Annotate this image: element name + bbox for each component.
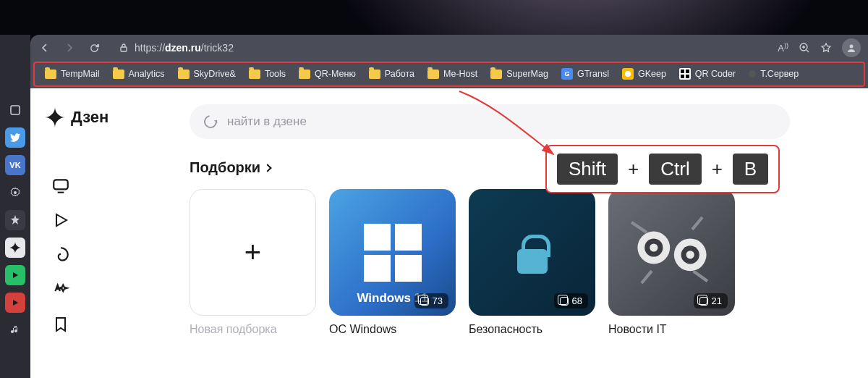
bookmark-gtransl[interactable]: GGTransl <box>556 65 615 83</box>
bookmark-analytics[interactable]: Analytics <box>107 66 171 82</box>
gtranslate-icon: G <box>561 68 573 80</box>
svg-point-11 <box>686 251 694 259</box>
stack-icon <box>560 297 569 306</box>
search-refresh-icon <box>201 112 219 130</box>
dock-square-icon[interactable] <box>5 100 25 120</box>
card-news[interactable]: 21 Новости IT <box>608 189 735 336</box>
bookmark-skydrive[interactable]: SkyDrive& <box>172 66 242 82</box>
bookmark-qrmenu[interactable]: QR-Меню <box>293 66 362 82</box>
zoom-icon[interactable] <box>799 42 810 54</box>
section-title-text: Подборки <box>190 159 260 176</box>
stack-icon <box>699 297 708 306</box>
folder-icon <box>427 70 439 79</box>
reload-button[interactable] <box>87 41 101 55</box>
bookmark-qrcoder[interactable]: QR Coder <box>673 65 741 83</box>
cards-row: + Новая подборка Windows 11 73 OC Window… <box>190 189 846 336</box>
qr-icon <box>679 68 691 80</box>
card-title: Новая подборка <box>190 323 316 336</box>
back-button[interactable] <box>38 41 52 55</box>
card-count-badge: 68 <box>554 293 588 308</box>
bookmark-mehost[interactable]: Me-Host <box>422 66 483 82</box>
card-count-badge: 21 <box>694 293 728 308</box>
stack-icon <box>420 297 429 306</box>
svg-rect-2 <box>121 47 127 51</box>
bookmarks-bar: TempMail Analytics SkyDrive& Tools QR-Ме… <box>33 62 865 87</box>
card-title: Безопасность <box>469 323 595 336</box>
svg-rect-0 <box>11 106 20 114</box>
bookmark-rabota[interactable]: Работа <box>363 66 420 82</box>
card-windows[interactable]: Windows 11 73 OC Windows <box>329 189 456 336</box>
dock-vk-icon[interactable]: VK <box>5 155 25 175</box>
card-add[interactable]: + Новая подборка <box>190 189 316 336</box>
folder-icon <box>45 70 56 79</box>
svg-point-4 <box>850 45 854 49</box>
bookmark-supermag[interactable]: SuperMag <box>485 66 554 82</box>
plus-sep: + <box>712 158 723 180</box>
dock-play-red-icon[interactable] <box>5 293 25 313</box>
app-dock: VK <box>0 35 30 378</box>
bookmark-tempmail[interactable]: TempMail <box>39 66 106 82</box>
chevron-right-icon <box>263 164 271 172</box>
text-size-icon[interactable]: A)) <box>778 42 788 54</box>
windows-logo-icon <box>364 224 422 282</box>
gkeep-icon <box>622 68 634 80</box>
shortcut-callout: Shift + Ctrl + B <box>545 145 780 193</box>
folder-icon <box>490 70 502 79</box>
folder-icon <box>299 70 310 79</box>
dock-play-green-icon[interactable] <box>5 265 25 285</box>
search-placeholder: найти в дзене <box>227 114 307 129</box>
url-text: https://dzen.ru/trick32 <box>135 42 234 54</box>
folder-icon <box>249 70 260 79</box>
key-shift: Shift <box>557 154 618 185</box>
plus-sep: + <box>628 158 639 180</box>
browser-chrome: https://dzen.ru/trick32 A)) TempMail Ana… <box>30 35 868 88</box>
dock-star-icon[interactable] <box>5 210 25 230</box>
key-ctrl: Ctrl <box>649 154 701 185</box>
search-box[interactable]: найти в дзене <box>190 104 790 139</box>
bookmark-tserver[interactable]: Т.Сервер <box>743 66 804 82</box>
folder-icon <box>369 70 380 79</box>
address-bar[interactable]: https://dzen.ru/trick32 <box>111 38 767 58</box>
card-title: Новости IT <box>608 323 735 336</box>
card-title: OC Windows <box>329 323 456 336</box>
dot-icon <box>749 70 756 77</box>
bookmark-gkeep[interactable]: GKeep <box>616 65 672 83</box>
favorite-icon[interactable] <box>820 42 832 54</box>
forward-button[interactable] <box>62 41 77 55</box>
dock-dzen-icon[interactable] <box>5 238 25 258</box>
bookmark-tools[interactable]: Tools <box>243 66 292 82</box>
plus-icon: + <box>244 236 261 269</box>
folder-icon <box>113 70 124 79</box>
dock-twitter-icon[interactable] <box>5 127 25 148</box>
dock-music-icon[interactable] <box>5 320 25 340</box>
dock-settings-icon[interactable] <box>5 182 25 203</box>
lock-icon <box>119 43 129 53</box>
svg-point-1 <box>14 191 17 194</box>
svg-point-8 <box>650 243 658 251</box>
robot-eyes-icon <box>621 202 723 303</box>
card-count-badge: 73 <box>414 293 448 308</box>
key-b: B <box>733 154 768 185</box>
card-security[interactable]: 68 Безопасность <box>469 189 595 336</box>
padlock-icon <box>514 235 550 271</box>
profile-avatar[interactable] <box>842 38 861 57</box>
page-content: Дзен найти в дзене Подборки + Новая подб… <box>30 88 868 378</box>
folder-icon <box>178 70 190 79</box>
